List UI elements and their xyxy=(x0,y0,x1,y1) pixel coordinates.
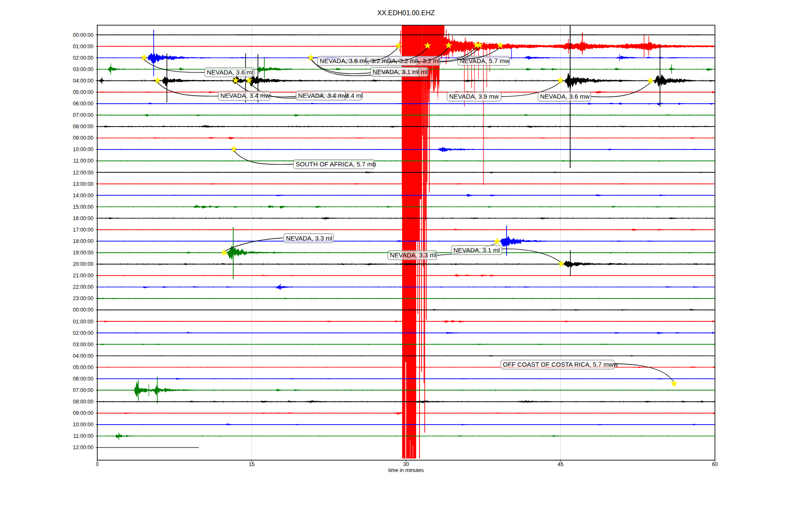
svg-text:15:00:00: 15:00:00 xyxy=(73,204,93,210)
svg-text:NEVADA, 3.6 ml: NEVADA, 3.6 ml xyxy=(320,57,366,64)
svg-text:01:00:00: 01:00:00 xyxy=(73,319,93,325)
svg-text:12:00:00: 12:00:00 xyxy=(73,170,93,176)
svg-text:11:00:00: 11:00:00 xyxy=(73,433,93,439)
svg-text:60: 60 xyxy=(712,461,718,467)
svg-text:11:00:00: 11:00:00 xyxy=(73,158,93,164)
svg-text:04:00:00: 04:00:00 xyxy=(73,78,93,84)
svg-text:30: 30 xyxy=(403,461,409,467)
svg-text:09:00:00: 09:00:00 xyxy=(73,410,93,416)
svg-text:20:00:00: 20:00:00 xyxy=(73,261,93,267)
svg-text:17:00:00: 17:00:00 xyxy=(73,227,93,233)
svg-text:05:00:00: 05:00:00 xyxy=(73,364,93,370)
svg-text:12:00:00: 12:00:00 xyxy=(73,444,93,450)
svg-text:19:00:00: 19:00:00 xyxy=(73,250,93,256)
svg-text:10:00:00: 10:00:00 xyxy=(73,146,93,152)
svg-text:06:00:00: 06:00:00 xyxy=(73,101,93,107)
svg-text:NEVADA, 5.7 mw: NEVADA, 5.7 mw xyxy=(460,57,509,64)
svg-text:02:00:00: 02:00:00 xyxy=(73,330,93,336)
svg-text:22:00:00: 22:00:00 xyxy=(73,284,93,290)
svg-text:13:00:00: 13:00:00 xyxy=(73,181,93,187)
svg-text:time in minutes: time in minutes xyxy=(388,467,424,473)
svg-text:0: 0 xyxy=(96,461,99,467)
svg-text:45: 45 xyxy=(557,461,563,467)
svg-text:07:00:00: 07:00:00 xyxy=(73,387,93,393)
svg-text:15: 15 xyxy=(249,461,255,467)
svg-text:16:00:00: 16:00:00 xyxy=(73,215,93,221)
svg-text:NEVADA, 3.1 ml: NEVADA, 3.1 ml xyxy=(453,246,500,254)
svg-text:07:00:00: 07:00:00 xyxy=(73,112,93,118)
svg-text:NEVADA, 3.6 mw: NEVADA, 3.6 mw xyxy=(540,93,590,100)
svg-text:06:00:00: 06:00:00 xyxy=(73,376,93,382)
svg-text:08:00:00: 08:00:00 xyxy=(73,399,93,405)
svg-text:NEVADA, 3.4 mw: NEVADA, 3.4 mw xyxy=(298,92,348,99)
svg-text:00:00:00: 00:00:00 xyxy=(73,307,93,313)
svg-text:NEVADA, 3.9 mw: NEVADA, 3.9 mw xyxy=(449,93,499,100)
svg-text:NEVADA, 3.3 ml: NEVADA, 3.3 ml xyxy=(390,251,436,259)
svg-text:NEVADA, 3.3 ml: NEVADA, 3.3 ml xyxy=(286,235,332,242)
svg-text:04:00:00: 04:00:00 xyxy=(73,353,93,359)
svg-text:01:00:00: 01:00:00 xyxy=(73,44,93,50)
svg-text:00:00:00: 00:00:00 xyxy=(73,32,93,38)
svg-text:SOUTH OF AFRICA, 5.7 mb: SOUTH OF AFRICA, 5.7 mb xyxy=(296,160,376,168)
svg-text:03:00:00: 03:00:00 xyxy=(73,342,93,348)
svg-text:XX.EDH01.00.EHZ: XX.EDH01.00.EHZ xyxy=(377,9,435,17)
svg-text:03:00:00: 03:00:00 xyxy=(73,66,93,72)
svg-text:NEVADA, 3.4 mw: NEVADA, 3.4 mw xyxy=(220,92,270,99)
svg-text:08:00:00: 08:00:00 xyxy=(73,124,93,130)
svg-text:10:00:00: 10:00:00 xyxy=(73,422,93,428)
svg-text:NEVADA, 3.6 ml: NEVADA, 3.6 ml xyxy=(207,69,253,76)
svg-text:05:00:00: 05:00:00 xyxy=(73,89,93,95)
svg-text:23:00:00: 23:00:00 xyxy=(73,295,93,301)
svg-text:NEVADA, 3.1 ml: NEVADA, 3.1 ml xyxy=(373,68,419,75)
svg-text:18:00:00: 18:00:00 xyxy=(73,238,93,244)
svg-text:21:00:00: 21:00:00 xyxy=(73,273,93,279)
svg-text:14:00:00: 14:00:00 xyxy=(73,193,93,199)
svg-text:09:00:00: 09:00:00 xyxy=(73,135,93,141)
svg-text:02:00:00: 02:00:00 xyxy=(73,55,93,61)
svg-text:OFF COAST OF COSTA RICA, 5.7 m: OFF COAST OF COSTA RICA, 5.7 mww xyxy=(503,361,618,368)
